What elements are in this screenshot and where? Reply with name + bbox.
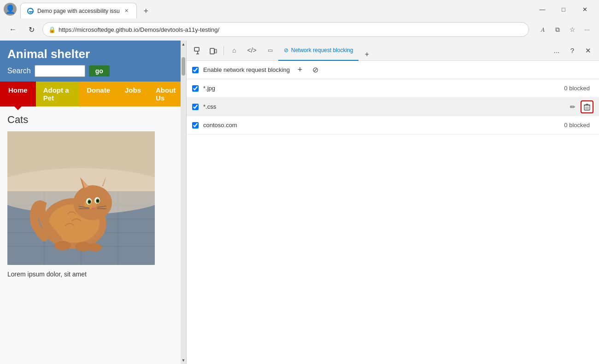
enable-blocking-checkbox[interactable] [192, 67, 199, 73]
cat-image [7, 131, 155, 265]
inspect-element-button[interactable] [190, 43, 205, 58]
new-tab-button[interactable]: + [139, 4, 153, 18]
device-emulation-button[interactable] [206, 43, 221, 58]
person-icon: 👤 [5, 4, 15, 14]
svg-point-33 [88, 243, 102, 252]
tab-bar: Demo page with accessibility issu ✕ + [20, 0, 532, 18]
blocking-list: *.jpg 0 blocked *.css ✏ [187, 79, 599, 364]
blocking-item-css-checkbox[interactable] [192, 104, 199, 110]
blocking-item-contoso-pattern: contoso.com [203, 122, 564, 129]
trash-icon [584, 103, 590, 111]
svg-rect-38 [215, 49, 217, 53]
blocking-item-jpg: *.jpg 0 blocked [187, 79, 599, 98]
more-tabs-button[interactable]: + [360, 48, 373, 61]
address-bar-actions: 𝐴 ⧉ ☆ ··· [536, 23, 593, 36]
lorem-text: Lorem ipsum dolor, sit amet [7, 270, 179, 278]
devtools-help-button[interactable]: ? [565, 43, 580, 58]
console-icon: </> [247, 47, 256, 54]
blocking-item-css-pattern: *.css [203, 103, 567, 110]
add-pattern-button[interactable]: + [294, 65, 305, 76]
enable-blocking-label: Enable network request blocking [203, 66, 290, 73]
tab-network-blocking-label: Network request blocking [291, 47, 353, 53]
devtools-panel: ⌂ </> ▭ ⊘ Network request blocking + [187, 41, 599, 364]
devtools-close-button[interactable]: ✕ [581, 43, 595, 58]
delete-css-button[interactable] [581, 100, 593, 113]
edge-logo-icon [26, 7, 35, 15]
tab-network-blocking[interactable]: ⊘ Network request blocking [278, 41, 359, 61]
window-controls: — □ ✕ [532, 2, 595, 17]
browser-tab-active[interactable]: Demo page with accessibility issu ✕ [20, 3, 137, 18]
elements-icon: ⌂ [232, 47, 236, 54]
svg-point-24 [88, 201, 91, 203]
page-scroll-area: Animal shelter Search go Home Adopt a Pe… [0, 41, 186, 364]
devtools-toolbar: ⌂ </> ▭ ⊘ Network request blocking + [187, 41, 599, 61]
address-bar-input[interactable]: 🔒 https://microsoftedge.github.io/Demos/… [42, 22, 529, 37]
browser-page: Animal shelter Search go Home Adopt a Pe… [0, 41, 187, 364]
blocking-item-contoso: contoso.com 0 blocked [187, 116, 599, 135]
svg-point-31 [54, 241, 71, 250]
nav-menu: Home Adopt a Pet Donate Jobs About Us [0, 82, 186, 106]
search-row: Search go [7, 65, 179, 77]
blocking-item-jpg-count: 0 blocked [564, 85, 590, 92]
nav-adopt[interactable]: Adopt a Pet [36, 82, 79, 106]
toolbar-separator-1 [223, 46, 224, 55]
blocking-item-contoso-count: 0 blocked [564, 122, 590, 129]
back-button[interactable]: ← [6, 22, 20, 37]
nav-home[interactable]: Home [0, 82, 36, 106]
scroll-track[interactable] [181, 48, 186, 357]
scroll-up-arrow[interactable]: ▲ [181, 41, 186, 48]
page-content: Cats [0, 106, 186, 285]
scroll-thumb[interactable] [182, 57, 185, 76]
blocking-item-jpg-pattern: *.jpg [203, 85, 564, 92]
main-area: Animal shelter Search go Home Adopt a Pe… [0, 41, 599, 364]
tab-title: Demo page with accessibility issu [37, 8, 120, 14]
go-button[interactable]: go [89, 65, 110, 76]
svg-rect-39 [584, 105, 590, 110]
close-button[interactable]: ✕ [574, 2, 595, 17]
refresh-button[interactable]: ↻ [24, 22, 39, 37]
network-blocking-icon: ⊘ [284, 47, 288, 53]
cat-svg [7, 131, 155, 265]
svg-rect-37 [210, 48, 214, 54]
devtools-tabs: ⌂ </> ▭ ⊘ Network request blocking + [227, 41, 548, 61]
tab-console[interactable]: </> [241, 41, 262, 61]
svg-rect-34 [194, 47, 199, 51]
nav-jobs[interactable]: Jobs [117, 82, 148, 106]
title-bar: 👤 Demo page with accessibility issu ✕ + … [0, 0, 599, 18]
nrb-toolbar: Enable network request blocking + ⊘ [187, 61, 599, 79]
edit-css-button[interactable]: ✏ [567, 101, 579, 113]
tab-close-button[interactable]: ✕ [123, 7, 131, 15]
cats-heading: Cats [7, 114, 179, 126]
blocking-item-css-actions: ✏ [567, 100, 593, 113]
clear-all-button[interactable]: ⊘ [310, 65, 321, 76]
user-avatar[interactable]: 👤 [4, 3, 17, 16]
devtools-more-button[interactable]: ... [549, 43, 564, 58]
devtools-right-buttons: ... ? ✕ [549, 43, 595, 58]
shelter-title: Animal shelter [7, 47, 179, 61]
lock-icon: 🔒 [48, 26, 56, 33]
url-text: https://microsoftedge.github.io/Demos/de… [59, 26, 523, 33]
sources-icon: ▭ [268, 47, 273, 53]
tab-elements[interactable]: ⌂ [227, 41, 241, 61]
blocking-item-css: *.css ✏ [187, 98, 599, 116]
nav-donate[interactable]: Donate [79, 82, 117, 106]
settings-more-button[interactable]: ··· [581, 23, 593, 36]
shelter-header: Animal shelter Search go [0, 41, 186, 82]
search-label: Search [7, 67, 31, 75]
minimize-button[interactable]: — [532, 2, 553, 17]
favorites-button[interactable]: ☆ [566, 23, 579, 36]
scroll-down-arrow[interactable]: ▼ [181, 357, 186, 364]
blocking-item-contoso-checkbox[interactable] [192, 122, 199, 129]
address-bar: ← ↻ 🔒 https://microsoftedge.github.io/De… [0, 18, 599, 41]
tab-sources[interactable]: ▭ [262, 41, 278, 61]
split-screen-button[interactable]: ⧉ [551, 23, 564, 36]
read-aloud-button[interactable]: 𝐴 [536, 23, 549, 36]
blocking-item-jpg-checkbox[interactable] [192, 85, 199, 92]
page-scrollbar[interactable]: ▲ ▼ [181, 41, 186, 364]
browser-window: 👤 Demo page with accessibility issu ✕ + … [0, 0, 599, 364]
svg-point-25 [97, 200, 99, 202]
search-input[interactable] [35, 65, 85, 77]
maximize-button[interactable]: □ [553, 2, 574, 17]
